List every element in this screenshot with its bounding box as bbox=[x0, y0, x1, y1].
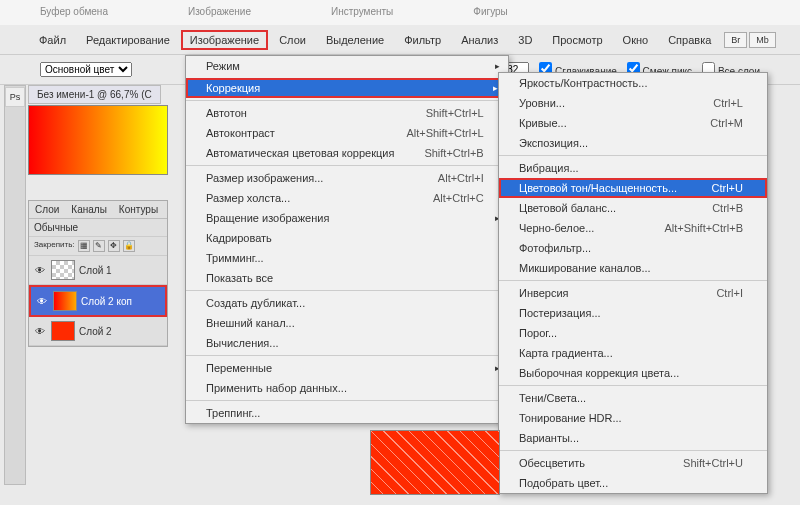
visibility-eye-icon[interactable]: 👁 bbox=[33, 326, 47, 337]
menu-item[interactable]: Цветовой тон/Насыщенность...Ctrl+U bbox=[499, 178, 767, 198]
menu-просмотр[interactable]: Просмотр bbox=[543, 30, 611, 50]
menu-item-label: Черно-белое... bbox=[519, 222, 634, 234]
document-tab[interactable]: Без имени-1 @ 66,7% (С bbox=[28, 85, 161, 104]
lock-pixels-icon[interactable]: ▦ bbox=[78, 240, 90, 252]
menu-справка[interactable]: Справка bbox=[659, 30, 720, 50]
app-switch-mb[interactable]: Mb bbox=[749, 32, 776, 48]
layer-row[interactable]: 👁 Слой 2 коп bbox=[29, 285, 167, 317]
menu-item[interactable]: Вычисления... bbox=[186, 333, 508, 353]
menu-item[interactable]: Кривые...Ctrl+M bbox=[499, 113, 767, 133]
tab-faded: Изображение bbox=[148, 0, 291, 25]
menu-item-shortcut: Shift+Ctrl+U bbox=[683, 457, 743, 469]
layer-thumbnail[interactable] bbox=[51, 321, 75, 341]
menu-item-label: Вычисления... bbox=[206, 337, 484, 349]
menu-item[interactable]: Применить набор данных... bbox=[186, 378, 508, 398]
menu-item[interactable]: Режим bbox=[186, 56, 508, 76]
menu-item-label: Фотофильтр... bbox=[519, 242, 743, 254]
menu-выделение[interactable]: Выделение bbox=[317, 30, 393, 50]
menu-item[interactable]: ИнверсияCtrl+I bbox=[499, 280, 767, 303]
menu-item-label: Треппинг... bbox=[206, 407, 484, 419]
menu-анализ[interactable]: Анализ bbox=[452, 30, 507, 50]
menu-item[interactable]: Тонирование HDR... bbox=[499, 408, 767, 428]
menu-item-label: Яркость/Контрастность... bbox=[519, 77, 743, 89]
menu-item[interactable]: Внешний канал... bbox=[186, 313, 508, 333]
menu-item-label: Карта градиента... bbox=[519, 347, 743, 359]
menu-item-label: Подобрать цвет... bbox=[519, 477, 743, 489]
menu-item[interactable]: Карта градиента... bbox=[499, 343, 767, 363]
menu-item-label: Создать дубликат... bbox=[206, 297, 484, 309]
tab-channels[interactable]: Каналы bbox=[65, 201, 113, 218]
app-switch-br[interactable]: Br bbox=[724, 32, 747, 48]
menu-item[interactable]: Выборочная коррекция цвета... bbox=[499, 363, 767, 383]
menu-item-label: Вращение изображения bbox=[206, 212, 484, 224]
menu-item-label: Цветовой тон/Насыщенность... bbox=[519, 182, 682, 194]
menu-item[interactable]: Цветовой баланс...Ctrl+B bbox=[499, 198, 767, 218]
layer-row[interactable]: 👁 Слой 1 bbox=[29, 256, 167, 285]
blend-mode-select[interactable]: Обычные bbox=[29, 219, 167, 237]
menu-item[interactable]: Вибрация... bbox=[499, 155, 767, 178]
layer-name: Слой 2 bbox=[79, 326, 112, 337]
menu-фильтр[interactable]: Фильтр bbox=[395, 30, 450, 50]
tab-paths[interactable]: Контуры bbox=[113, 201, 164, 218]
menu-3d[interactable]: 3D bbox=[509, 30, 541, 50]
layer-row[interactable]: 👁 Слой 2 bbox=[29, 317, 167, 346]
menu-item[interactable]: АвтоконтрастAlt+Shift+Ctrl+L bbox=[186, 123, 508, 143]
menu-item-label: Тримминг... bbox=[206, 252, 484, 264]
menu-item[interactable]: Вращение изображения bbox=[186, 208, 508, 228]
menu-item-label: Вибрация... bbox=[519, 162, 743, 174]
foreground-mode-select[interactable]: Основной цвет bbox=[40, 62, 132, 77]
menu-item-label: Инверсия bbox=[519, 287, 686, 299]
menu-окно[interactable]: Окно bbox=[614, 30, 658, 50]
menu-item[interactable]: Варианты... bbox=[499, 428, 767, 448]
menu-item-shortcut: Shift+Ctrl+B bbox=[424, 147, 483, 159]
menu-item[interactable]: Размер холста...Alt+Ctrl+C bbox=[186, 188, 508, 208]
menu-item[interactable]: Коррекция bbox=[186, 78, 508, 98]
canvas-secondary[interactable] bbox=[370, 430, 500, 495]
menu-item-shortcut: Ctrl+U bbox=[712, 182, 743, 194]
menu-item[interactable]: АвтотонShift+Ctrl+L bbox=[186, 100, 508, 123]
menu-item[interactable]: Фотофильтр... bbox=[499, 238, 767, 258]
menu-item[interactable]: Кадрировать bbox=[186, 228, 508, 248]
lock-move-icon[interactable]: ✥ bbox=[108, 240, 120, 252]
layer-thumbnail[interactable] bbox=[51, 260, 75, 280]
menu-item[interactable]: Создать дубликат... bbox=[186, 290, 508, 313]
menu-слои[interactable]: Слои bbox=[270, 30, 315, 50]
menu-item[interactable]: Порог... bbox=[499, 323, 767, 343]
layer-name: Слой 1 bbox=[79, 265, 112, 276]
menu-item-label: Автотон bbox=[206, 107, 396, 119]
menu-item[interactable]: Яркость/Контрастность... bbox=[499, 73, 767, 93]
menu-item[interactable]: Треппинг... bbox=[186, 400, 508, 423]
lock-brush-icon[interactable]: ✎ bbox=[93, 240, 105, 252]
menu-редактирование[interactable]: Редактирование bbox=[77, 30, 179, 50]
menu-item[interactable]: Автоматическая цветовая коррекцияShift+C… bbox=[186, 143, 508, 163]
menu-item[interactable]: Постеризация... bbox=[499, 303, 767, 323]
menu-item-label: Варианты... bbox=[519, 432, 743, 444]
layer-thumbnail[interactable] bbox=[53, 291, 77, 311]
menu-item[interactable]: Черно-белое...Alt+Shift+Ctrl+B bbox=[499, 218, 767, 238]
menu-item[interactable]: Тримминг... bbox=[186, 248, 508, 268]
menu-item[interactable]: Уровни...Ctrl+L bbox=[499, 93, 767, 113]
menu-item-shortcut: Ctrl+B bbox=[712, 202, 743, 214]
menu-изображение[interactable]: Изображение bbox=[181, 30, 268, 50]
menu-item-label: Микширование каналов... bbox=[519, 262, 743, 274]
menu-item-label: Размер изображения... bbox=[206, 172, 408, 184]
visibility-eye-icon[interactable]: 👁 bbox=[35, 296, 49, 307]
menu-item-shortcut: Ctrl+M bbox=[710, 117, 743, 129]
lock-all-icon[interactable]: 🔒 bbox=[123, 240, 135, 252]
menu-item[interactable]: Микширование каналов... bbox=[499, 258, 767, 278]
menu-item-label: Переменные bbox=[206, 362, 484, 374]
menu-item[interactable]: Подобрать цвет... bbox=[499, 473, 767, 493]
tab-faded: Буфер обмена bbox=[0, 0, 148, 25]
visibility-eye-icon[interactable]: 👁 bbox=[33, 265, 47, 276]
menu-item-shortcut: Alt+Ctrl+I bbox=[438, 172, 484, 184]
tools-sidebar: Ps bbox=[4, 85, 26, 485]
menu-item[interactable]: ОбесцветитьShift+Ctrl+U bbox=[499, 450, 767, 473]
menu-item[interactable]: Экспозиция... bbox=[499, 133, 767, 153]
tab-layers[interactable]: Слои bbox=[29, 201, 65, 218]
menu-item[interactable]: Тени/Света... bbox=[499, 385, 767, 408]
menu-item[interactable]: Переменные bbox=[186, 355, 508, 378]
menu-item[interactable]: Размер изображения...Alt+Ctrl+I bbox=[186, 165, 508, 188]
canvas-preview[interactable] bbox=[28, 105, 168, 175]
menu-item[interactable]: Показать все bbox=[186, 268, 508, 288]
menu-файл[interactable]: Файл bbox=[30, 30, 75, 50]
